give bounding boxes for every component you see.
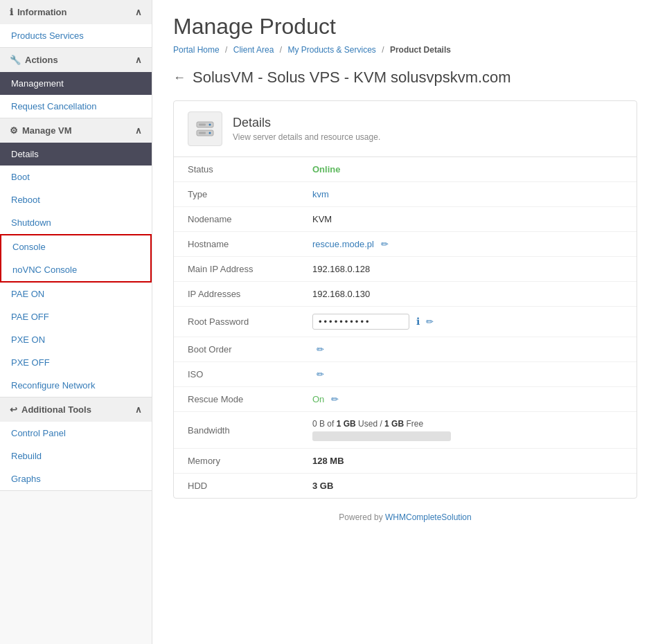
nodename-value: KVM — [312, 214, 332, 224]
main-ip-label: Main IP Address — [174, 257, 299, 282]
sidebar-manage-vm-label: Manage VM — [22, 125, 72, 136]
powered-by: Powered by WHMCompleteSolution — [173, 512, 637, 522]
gear-icon: ⚙ — [10, 125, 18, 136]
information-icon: ℹ — [10, 7, 13, 17]
breadcrumb-sep-1: / — [225, 45, 227, 55]
breadcrumb-sep-2: / — [280, 45, 282, 55]
table-row-status: Status Online — [174, 157, 637, 182]
table-row-hdd: HDD 3 GB — [174, 474, 637, 499]
iso-edit-icon[interactable]: ✏ — [317, 369, 324, 379]
table-row-boot-order: Boot Order ✏ — [174, 337, 637, 362]
hostname-value: rescue.mode.pl — [312, 239, 374, 249]
bandwidth-text: 0 B of 1 GB Used / 1 GB Free — [312, 419, 623, 429]
root-password-value: •••••••••• — [312, 314, 409, 330]
root-password-label: Root Password — [174, 307, 299, 337]
sidebar-information-label: Information — [17, 7, 67, 17]
memory-value: 128 MB — [312, 456, 344, 466]
sidebar-section-information-header[interactable]: ℹ Information ∧ — [0, 0, 152, 24]
table-row-iso: ISO ✏ — [174, 362, 637, 387]
sidebar-item-management[interactable]: Management — [0, 72, 152, 95]
password-edit-icon[interactable]: ✏ — [426, 316, 434, 327]
sidebar-item-shutdown[interactable]: Shutdown — [0, 211, 152, 234]
sidebar-section-actions-header[interactable]: 🔧 Actions ∧ — [0, 48, 152, 72]
bandwidth-label: Bandwidth — [174, 412, 299, 449]
page-title: Manage Product — [173, 14, 637, 39]
sidebar-additional-tools-label: Additional Tools — [21, 404, 91, 415]
back-arrow-icon[interactable]: ← — [173, 71, 186, 85]
sidebar-item-request-cancellation[interactable]: Request Cancellation — [0, 95, 152, 118]
breadcrumb: Portal Home / Client Area / My Products … — [173, 45, 637, 55]
table-row-nodename: Nodename KVM — [174, 207, 637, 232]
section-nav: ← SolusVM - Solus VPS - KVM solusvpskvm.… — [173, 69, 637, 87]
actions-chevron-icon: ∧ — [135, 55, 142, 65]
hdd-value: 3 GB — [312, 481, 333, 491]
rescue-mode-edit-icon[interactable]: ✏ — [331, 394, 339, 404]
bandwidth-bar — [312, 431, 451, 441]
sidebar-item-pae-off[interactable]: PAE OFF — [0, 305, 152, 328]
tools-arrow-icon: ↩ — [10, 404, 17, 415]
hostname-label: Hostname — [174, 232, 299, 257]
info-table: Status Online Type kvm Nodename KVM Host… — [174, 157, 637, 498]
sidebar-item-novnc-console[interactable]: noVNC Console — [1, 258, 150, 281]
sidebar-item-console[interactable]: Console — [1, 235, 150, 258]
sidebar-item-rebuild[interactable]: Rebuild — [0, 445, 152, 467]
hdd-label: HDD — [174, 474, 299, 499]
password-info-icon[interactable]: ℹ — [416, 316, 420, 327]
sidebar-section-information: ℹ Information ∧ Products Services — [0, 0, 152, 48]
sidebar-item-graphs[interactable]: Graphs — [0, 467, 152, 490]
boot-order-label: Boot Order — [174, 337, 299, 362]
detail-card: Details View server details and resource… — [173, 100, 637, 499]
table-row-hostname: Hostname rescue.mode.pl ✏ — [174, 232, 637, 257]
table-row-main-ip: Main IP Address 192.168.0.128 — [174, 257, 637, 282]
sidebar-item-control-panel[interactable]: Control Panel — [0, 422, 152, 445]
hostname-edit-icon[interactable]: ✏ — [381, 239, 389, 249]
svg-point-3 — [209, 132, 211, 134]
additional-tools-chevron-icon: ∧ — [135, 404, 142, 415]
ip-addresses-label: IP Addresses — [174, 282, 299, 307]
sidebar-item-pxe-off[interactable]: PXE OFF — [0, 351, 152, 374]
breadcrumb-portal-home[interactable]: Portal Home — [173, 45, 220, 55]
table-row-memory: Memory 128 MB — [174, 449, 637, 474]
wrench-icon: 🔧 — [10, 55, 21, 65]
sidebar-item-details[interactable]: Details — [0, 143, 152, 166]
detail-card-header: Details View server details and resource… — [174, 101, 637, 157]
svg-rect-5 — [199, 132, 206, 134]
ip-addresses-value: 192.168.0.130 — [312, 289, 370, 299]
powered-by-text: Powered by — [339, 512, 385, 522]
detail-card-text: Details View server details and resource… — [233, 116, 380, 142]
status-value: Online — [312, 164, 340, 175]
powered-by-link[interactable]: WHMCompleteSolution — [385, 512, 472, 522]
nodename-label: Nodename — [174, 207, 299, 232]
svg-point-2 — [209, 124, 211, 126]
table-row-rescue-mode: Rescue Mode On ✏ — [174, 387, 637, 412]
sidebar-item-boot[interactable]: Boot — [0, 166, 152, 188]
breadcrumb-my-products[interactable]: My Products & Services — [287, 45, 375, 55]
table-row-ip-addresses: IP Addresses 192.168.0.130 — [174, 282, 637, 307]
status-label: Status — [174, 157, 299, 182]
rescue-mode-value: On — [312, 394, 324, 404]
sidebar-section-manage-vm-header[interactable]: ⚙ Manage VM ∧ — [0, 118, 152, 143]
table-row-root-password: Root Password •••••••••• ℹ ✏ — [174, 307, 637, 337]
sidebar: ℹ Information ∧ Products Services 🔧 Acti… — [0, 0, 152, 644]
sidebar-item-reconfigure-network[interactable]: Reconfigure Network — [0, 374, 152, 397]
sidebar-section-additional-tools-header[interactable]: ↩ Additional Tools ∧ — [0, 397, 152, 422]
sidebar-item-reboot[interactable]: Reboot — [0, 188, 152, 211]
breadcrumb-client-area[interactable]: Client Area — [233, 45, 274, 55]
information-chevron-icon: ∧ — [135, 7, 142, 17]
section-heading: SolusVM - Solus VPS - KVM solusvpskvm.co… — [193, 69, 511, 87]
manage-vm-chevron-icon: ∧ — [135, 125, 142, 136]
type-label: Type — [174, 182, 299, 207]
sidebar-section-additional-tools: ↩ Additional Tools ∧ Control Panel Rebui… — [0, 397, 152, 491]
sidebar-item-products-services[interactable]: Products Services — [0, 24, 152, 47]
main-ip-value: 192.168.0.128 — [312, 264, 370, 274]
sidebar-item-pxe-on[interactable]: PXE ON — [0, 328, 152, 351]
memory-label: Memory — [174, 449, 299, 474]
boot-order-edit-icon[interactable]: ✏ — [317, 344, 324, 355]
detail-card-description: View server details and resource usage. — [233, 132, 380, 142]
breadcrumb-sep-3: / — [382, 45, 384, 55]
svg-rect-4 — [199, 124, 206, 126]
breadcrumb-current: Product Details — [390, 45, 451, 55]
sidebar-item-pae-on[interactable]: PAE ON — [0, 283, 152, 305]
iso-label: ISO — [174, 362, 299, 387]
detail-card-icon — [188, 111, 222, 146]
